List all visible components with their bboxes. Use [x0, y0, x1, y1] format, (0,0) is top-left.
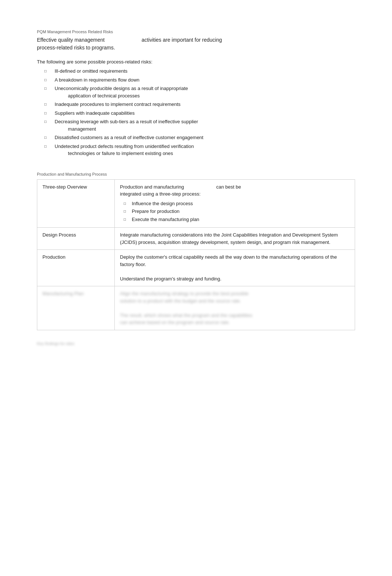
- risk-text: Undetected product defects resulting fro…: [55, 143, 194, 157]
- row-content: Integrate manufacturing considerations i…: [115, 228, 355, 250]
- sub-item-text: Influence the design process: [132, 200, 193, 207]
- list-item: □ Inadequate procedures to implement con…: [44, 101, 355, 108]
- sub-item-text: Execute the manufacturing plan: [132, 216, 199, 223]
- bullet-icon: □: [44, 85, 55, 91]
- list-item: □ Uneconomically producible designs as a…: [44, 85, 355, 99]
- row-content: Deploy the customer's critical capabilit…: [115, 250, 355, 286]
- risk-text: Uneconomically producible designs as a r…: [55, 85, 188, 99]
- risk-text: Dissatisfied customers as a result of in…: [55, 134, 203, 141]
- risks-list: □ Ill-defined or omitted requirements □ …: [37, 68, 355, 157]
- row-label-blurred: Manufacturing Plan: [37, 286, 115, 330]
- sub-list: □ Influence the design process □ Prepare…: [120, 200, 350, 223]
- list-item: □ Ill-defined or omitted requirements: [44, 68, 355, 75]
- production-text: Deploy the customer's critical capabilit…: [120, 254, 337, 267]
- content-gap: can best be: [216, 184, 241, 190]
- section-divider: Production and Manufacturing Process: [37, 172, 355, 176]
- intro-block: Effective quality managementactivities a…: [37, 36, 355, 52]
- risk-text: Ill-defined or omitted requirements: [55, 68, 127, 75]
- row-label: Design Process: [37, 228, 115, 250]
- risk-text: Decreasing leverage with sub-tiers as a …: [55, 118, 198, 132]
- table-row: Design Process Integrate manufacturing c…: [37, 228, 355, 250]
- row-label: Production: [37, 250, 115, 286]
- design-process-text: Integrate manufacturing considerations i…: [120, 232, 338, 245]
- row-label: Three-step Overview: [37, 179, 115, 228]
- section-label-bottom: Production and Manufacturing Process: [37, 172, 355, 176]
- row-content: Production and manufacturing can best be…: [115, 179, 355, 228]
- risk-text: A breakdown in requirements flow down: [55, 76, 140, 84]
- intro-line-1: Effective quality managementactivities a…: [37, 36, 355, 44]
- table-row: Three-step Overview Production and manuf…: [37, 179, 355, 228]
- production-text-2: Understand the program's strategy and fu…: [120, 276, 221, 282]
- list-item: □ Decreasing leverage with sub-tiers as …: [44, 118, 355, 132]
- sub-list-item: □ Influence the design process: [124, 200, 350, 207]
- intro-text-part2: activities are important for reducing: [141, 37, 222, 43]
- bullet-icon: □: [44, 134, 55, 140]
- bullet-icon: □: [44, 101, 55, 107]
- process-table: Three-step Overview Production and manuf…: [37, 179, 355, 330]
- intro-text-part3: process-related risks to programs.: [37, 45, 115, 51]
- bullet-icon: □: [44, 110, 55, 116]
- content-text: Production and manufacturing: [120, 184, 184, 190]
- sub-list-item: □ Execute the manufacturing plan: [124, 216, 350, 223]
- content-line2: integrated using a three-step process:: [120, 191, 200, 197]
- sub-list-item: □ Prepare for production: [124, 208, 350, 215]
- table-row: Production Deploy the customer's critica…: [37, 250, 355, 286]
- page-container: PQM Management Process Related Risks Eff…: [37, 30, 355, 346]
- section-label-top: PQM Management Process Related Risks: [37, 30, 355, 34]
- risks-intro: The following are some possible process-…: [37, 59, 355, 65]
- list-item: □ A breakdown in requirements flow down: [44, 76, 355, 84]
- bullet-icon: □: [124, 200, 132, 206]
- intro-line-2: process-related risks to programs.: [37, 44, 355, 52]
- risk-text: Suppliers with inadequate capabilities: [55, 110, 135, 117]
- row-content-blurred: Align the manufacturing strategy to prov…: [115, 286, 355, 330]
- sub-item-text: Prepare for production: [132, 208, 179, 215]
- bullet-icon: □: [44, 143, 55, 149]
- table-row: Manufacturing Plan Align the manufacturi…: [37, 286, 355, 330]
- list-item: □ Dissatisfied customers as a result of …: [44, 134, 355, 141]
- list-item: □ Undetected product defects resulting f…: [44, 143, 355, 157]
- list-item: □ Suppliers with inadequate capabilities: [44, 110, 355, 117]
- blurred-footer: Key findings for sites: [37, 341, 355, 346]
- bullet-icon: □: [124, 208, 132, 214]
- risk-text: Inadequate procedures to implement contr…: [55, 101, 180, 108]
- bullet-icon: □: [44, 118, 55, 124]
- intro-text-part1: Effective quality management: [37, 37, 104, 43]
- bullet-icon: □: [44, 76, 55, 83]
- bullet-icon: □: [124, 216, 132, 222]
- bullet-icon: □: [44, 68, 55, 74]
